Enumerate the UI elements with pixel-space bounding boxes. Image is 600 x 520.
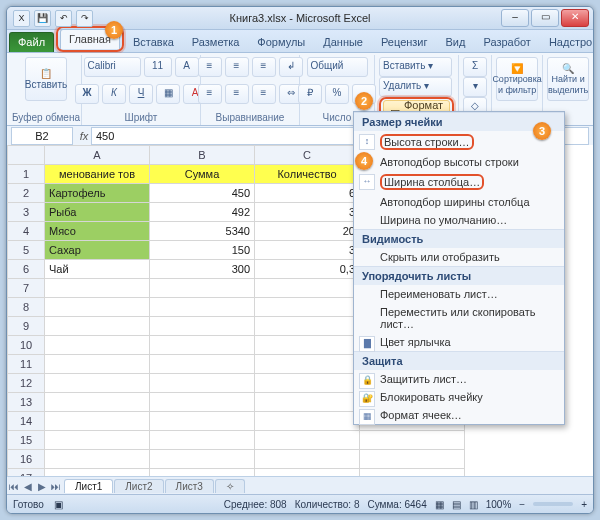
- autosum-icon[interactable]: Σ: [463, 57, 487, 77]
- cell[interactable]: [255, 431, 360, 450]
- cell[interactable]: [360, 450, 465, 469]
- menu-hide-show[interactable]: Скрыть или отобразить: [354, 248, 564, 266]
- cell[interactable]: [255, 412, 360, 431]
- name-box[interactable]: B2: [11, 127, 73, 145]
- delete-cells-button[interactable]: Удалить ▾: [379, 77, 452, 97]
- cell[interactable]: [45, 450, 150, 469]
- tab-layout[interactable]: Разметка: [183, 32, 249, 52]
- tab-review[interactable]: Рецензиг: [372, 32, 437, 52]
- menu-row-height[interactable]: ↕Высота строки…: [354, 131, 564, 153]
- redo-icon[interactable]: ↷: [76, 10, 93, 27]
- cell[interactable]: [150, 431, 255, 450]
- cell[interactable]: [45, 412, 150, 431]
- cell[interactable]: 450: [150, 184, 255, 203]
- cell[interactable]: [45, 298, 150, 317]
- font-size[interactable]: 11: [144, 57, 172, 77]
- tab-file[interactable]: Файл: [9, 32, 54, 52]
- row-header[interactable]: 4: [8, 222, 45, 241]
- cell[interactable]: 20: [255, 222, 360, 241]
- cell[interactable]: 6: [255, 184, 360, 203]
- col-header[interactable]: A: [45, 146, 150, 165]
- view-layout-icon[interactable]: ▤: [452, 499, 461, 510]
- cell[interactable]: [150, 279, 255, 298]
- cell[interactable]: [45, 279, 150, 298]
- align-bot-icon[interactable]: ≡: [252, 57, 276, 77]
- cell[interactable]: 3: [255, 203, 360, 222]
- sheet-tab[interactable]: Лист3: [165, 479, 214, 493]
- fill-icon[interactable]: ▾: [463, 77, 487, 97]
- cell[interactable]: [45, 317, 150, 336]
- wrap-text-icon[interactable]: ↲: [279, 57, 303, 77]
- zoom-out-icon[interactable]: −: [519, 499, 525, 510]
- cell[interactable]: [150, 412, 255, 431]
- align-mid-icon[interactable]: ≡: [225, 57, 249, 77]
- cell[interactable]: [255, 355, 360, 374]
- tab-insert[interactable]: Вставка: [124, 32, 183, 52]
- cell[interactable]: Чай: [45, 260, 150, 279]
- cell[interactable]: 5340: [150, 222, 255, 241]
- italic-button[interactable]: К: [102, 84, 126, 104]
- sheet-nav-first[interactable]: ⏮: [7, 481, 21, 492]
- cell[interactable]: [45, 393, 150, 412]
- cell[interactable]: Мясо: [45, 222, 150, 241]
- paste-button[interactable]: 📋 Вставить: [25, 57, 67, 101]
- row-header[interactable]: 10: [8, 336, 45, 355]
- cell[interactable]: [150, 393, 255, 412]
- row-header[interactable]: 2: [8, 184, 45, 203]
- zoom-slider[interactable]: [533, 502, 573, 506]
- cell[interactable]: Картофель: [45, 184, 150, 203]
- row-header[interactable]: 15: [8, 431, 45, 450]
- menu-tab-color[interactable]: ▇Цвет ярлычка: [354, 333, 564, 351]
- menu-format-cells[interactable]: ▦Формат ячеек…: [354, 406, 564, 424]
- cell[interactable]: [150, 355, 255, 374]
- menu-autofit-row[interactable]: Автоподбор высоты строки: [354, 153, 564, 171]
- tab-data[interactable]: Данные: [314, 32, 372, 52]
- sheet-nav-next[interactable]: ▶: [35, 481, 49, 492]
- cell[interactable]: Сумма: [150, 165, 255, 184]
- cell[interactable]: [255, 298, 360, 317]
- fx-icon[interactable]: fx: [77, 130, 91, 142]
- cell[interactable]: 300: [150, 260, 255, 279]
- cell[interactable]: [150, 336, 255, 355]
- grow-font-icon[interactable]: A: [175, 57, 199, 77]
- row-header[interactable]: 16: [8, 450, 45, 469]
- cell[interactable]: [45, 336, 150, 355]
- insert-cells-button[interactable]: Вставить ▾: [379, 57, 452, 77]
- align-top-icon[interactable]: ≡: [198, 57, 222, 77]
- cell[interactable]: [360, 431, 465, 450]
- view-normal-icon[interactable]: ▦: [435, 499, 444, 510]
- zoom-in-icon[interactable]: +: [581, 499, 587, 510]
- maximize-button[interactable]: ▭: [531, 9, 559, 27]
- sort-filter-button[interactable]: 🔽 Сортировка и фильтр: [496, 57, 538, 101]
- cell[interactable]: 492: [150, 203, 255, 222]
- menu-move-sheet[interactable]: Переместить или скопировать лист…: [354, 303, 564, 333]
- row-header[interactable]: 13: [8, 393, 45, 412]
- cell[interactable]: [150, 317, 255, 336]
- cell[interactable]: [150, 450, 255, 469]
- row-header[interactable]: 9: [8, 317, 45, 336]
- menu-rename-sheet[interactable]: Переименовать лист…: [354, 285, 564, 303]
- row-header[interactable]: 1: [8, 165, 45, 184]
- tab-dev[interactable]: Разработ: [474, 32, 539, 52]
- row-header[interactable]: 12: [8, 374, 45, 393]
- cell[interactable]: [45, 431, 150, 450]
- cell[interactable]: [150, 374, 255, 393]
- view-break-icon[interactable]: ▥: [469, 499, 478, 510]
- percent-icon[interactable]: %: [325, 84, 349, 104]
- menu-protect-sheet[interactable]: 🔒Защитить лист…: [354, 370, 564, 388]
- cell[interactable]: [255, 336, 360, 355]
- select-all[interactable]: [8, 146, 45, 165]
- cell[interactable]: [45, 355, 150, 374]
- close-button[interactable]: ✕: [561, 9, 589, 27]
- underline-button[interactable]: Ч: [129, 84, 153, 104]
- undo-icon[interactable]: ↶: [55, 10, 72, 27]
- sheet-tab[interactable]: Лист2: [114, 479, 163, 493]
- tab-view[interactable]: Вид: [437, 32, 475, 52]
- currency-icon[interactable]: ₽: [298, 84, 322, 104]
- find-select-button[interactable]: 🔍 Найти и выделить: [547, 57, 589, 101]
- row-header[interactable]: 8: [8, 298, 45, 317]
- cell[interactable]: 150: [150, 241, 255, 260]
- cell[interactable]: Количество: [255, 165, 360, 184]
- menu-column-width[interactable]: ↔Ширина столбца…: [354, 171, 564, 193]
- cell[interactable]: [255, 374, 360, 393]
